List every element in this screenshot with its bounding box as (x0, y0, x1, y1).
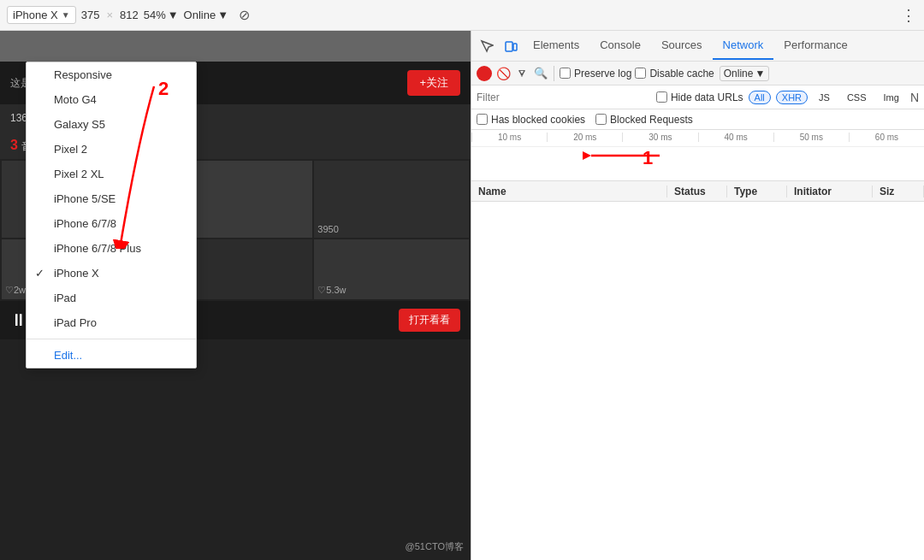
tiktok-icon: ⏸ (10, 310, 27, 330)
filter-all-btn[interactable]: All (749, 91, 771, 104)
disable-cache-text: Disable cache (649, 68, 714, 80)
tab-performance[interactable]: Performance (773, 32, 857, 60)
blocked-requests-label[interactable]: Blocked Requests (595, 114, 693, 126)
blocked-bar: Has blocked cookies Blocked Requests (471, 109, 924, 130)
throttle-value: Online (724, 68, 754, 80)
filter-more[interactable]: N (910, 91, 919, 104)
tab-network[interactable]: Network (713, 32, 774, 60)
filter-img-btn[interactable]: Img (878, 91, 905, 104)
th-size: Siz (873, 186, 924, 197)
main-area: Responsive Moto G4 Galaxy S5 Pixel 2 Pix… (0, 31, 924, 560)
toolbar-divider (554, 66, 554, 81)
dropdown-item-moto-g4[interactable]: Moto G4 (27, 87, 196, 112)
timeline-mark-50: 50 ms (773, 133, 849, 142)
heart-count: 3950 (317, 224, 338, 234)
zoom-arrow: ▼ (168, 9, 179, 21)
filter-js-btn[interactable]: JS (813, 91, 836, 104)
zoom-value: 54% (144, 9, 166, 21)
device-toggle-icon[interactable] (499, 34, 523, 58)
th-initiator: Initiator (787, 186, 873, 197)
dropdown-item-galaxy-s5[interactable]: Galaxy S5 (27, 112, 196, 137)
stat3: ♡5.3w (317, 285, 346, 296)
tab-elements[interactable]: Elements (523, 32, 589, 60)
dropdown-item-edit[interactable]: Edit... (27, 343, 196, 368)
device-name-label: iPhone X (13, 9, 58, 21)
dimension-separator: × (106, 9, 113, 21)
filter-bar: Hide data URLs All XHR JS CSS Img N (471, 85, 924, 109)
dropdown-item-ipad[interactable]: iPad (27, 286, 196, 310)
tab-console[interactable]: Console (589, 32, 651, 60)
dropdown-item-ipad-pro[interactable]: iPad Pro (27, 310, 196, 335)
dropdown-item-iphone-x[interactable]: iPhone X (27, 261, 196, 286)
timeline-mark-60: 60 ms (849, 133, 924, 142)
preserve-log-label[interactable]: Preserve log (560, 68, 631, 80)
hide-data-urls-text: Hide data URLs (671, 91, 743, 103)
network-control-bar: 🚫 ⛛ 🔍 Preserve log Disable cache Online … (471, 62, 924, 85)
has-blocked-checkbox[interactable] (477, 114, 488, 125)
th-status: Status (667, 186, 727, 197)
svg-rect-0 (506, 42, 512, 51)
hide-data-urls-checkbox[interactable] (656, 91, 667, 103)
disable-cache-label[interactable]: Disable cache (635, 68, 714, 80)
devtools-panel: Elements Console Sources Network Perform… (471, 31, 924, 560)
record-button[interactable] (477, 66, 492, 81)
th-type: Type (727, 186, 787, 197)
device-panel: Responsive Moto G4 Galaxy S5 Pixel 2 Pix… (0, 31, 471, 560)
stat1: ♡2w (5, 285, 26, 296)
dropdown-item-pixel-2[interactable]: Pixel 2 (27, 137, 196, 162)
dropdown-item-responsive[interactable]: Responsive (27, 62, 196, 87)
network-arrow: ▼ (217, 9, 228, 21)
hide-data-urls-label[interactable]: Hide data URLs (656, 91, 743, 103)
follow-button[interactable]: +关注 (407, 70, 460, 96)
zoom-selector[interactable]: 54% ▼ (144, 9, 179, 21)
dropdown-divider (27, 339, 196, 339)
open-button[interactable]: 打开看看 (399, 309, 460, 332)
grid-cell-6: ♡5.3w (314, 239, 469, 299)
timeline-mark-10: 10 ms (471, 133, 547, 142)
device-height: 812 (120, 9, 139, 21)
dropdown-item-pixel-2-xl[interactable]: Pixel 2 XL (27, 162, 196, 186)
network-selector[interactable]: Online ▼ (184, 9, 228, 21)
preserve-log-checkbox[interactable] (560, 68, 571, 79)
throttle-arrow: ▼ (755, 68, 765, 80)
th-name: Name (471, 186, 667, 197)
dropdown-item-iphone-5-se[interactable]: iPhone 5/SE (27, 186, 196, 211)
watermark: @51CTO博客 (406, 540, 464, 553)
throttle-selector[interactable]: Online ▼ (720, 66, 770, 81)
timeline-mark-40: 40 ms (698, 133, 773, 142)
filter-css-btn[interactable]: CSS (841, 91, 873, 104)
network-rows-empty (471, 202, 924, 458)
has-blocked-label[interactable]: Has blocked cookies (477, 114, 585, 126)
device-toolbar: iPhone X ▼ 375 × 812 54% ▼ Online ▼ ⊘ ⋮ (0, 0, 924, 31)
disable-cache-checkbox[interactable] (635, 68, 646, 79)
filter-icon[interactable]: ⛛ (514, 66, 530, 81)
rank-num: 3 (10, 138, 18, 152)
dropdown-item-iphone-678-plus[interactable]: iPhone 6/7/8 Plus (27, 236, 196, 261)
network-timeline: 10 ms 20 ms 30 ms 40 ms 50 ms 60 ms 1 (471, 130, 924, 181)
timeline-mark-30: 30 ms (622, 133, 697, 142)
timeline-ruler: 10 ms 20 ms 30 ms 40 ms 50 ms 60 ms (471, 130, 924, 147)
rotate-icon[interactable]: ⊘ (234, 5, 254, 26)
grid-cell-3: 3950 (314, 161, 469, 238)
device-selector[interactable]: iPhone X ▼ (7, 6, 76, 24)
annotation-1: 1 (643, 147, 653, 169)
blocked-requests-checkbox[interactable] (595, 114, 607, 125)
dropdown-item-iphone-678[interactable]: iPhone 6/7/8 (27, 211, 196, 236)
device-width: 375 (81, 9, 100, 21)
filter-input[interactable] (477, 91, 651, 103)
filter-xhr-btn[interactable]: XHR (776, 91, 808, 104)
timeline-mark-20: 20 ms (547, 133, 622, 142)
more-menu-button[interactable]: ⋮ (901, 6, 917, 25)
preserve-log-text: Preserve log (574, 68, 631, 80)
devtools-tab-bar: Elements Console Sources Network Perform… (471, 31, 924, 62)
search-icon[interactable]: 🔍 (533, 66, 548, 81)
has-blocked-text: Has blocked cookies (491, 114, 585, 126)
tab-sources[interactable]: Sources (651, 32, 713, 60)
svg-rect-1 (513, 44, 517, 50)
clear-button[interactable]: 🚫 (495, 66, 511, 81)
cursor-tool-icon[interactable] (475, 34, 499, 58)
table-header: Name Status Type Initiator Siz (471, 181, 924, 202)
blocked-requests-text: Blocked Requests (610, 114, 693, 126)
network-value: Online (184, 9, 216, 21)
network-table: Name Status Type Initiator Siz (471, 181, 924, 560)
